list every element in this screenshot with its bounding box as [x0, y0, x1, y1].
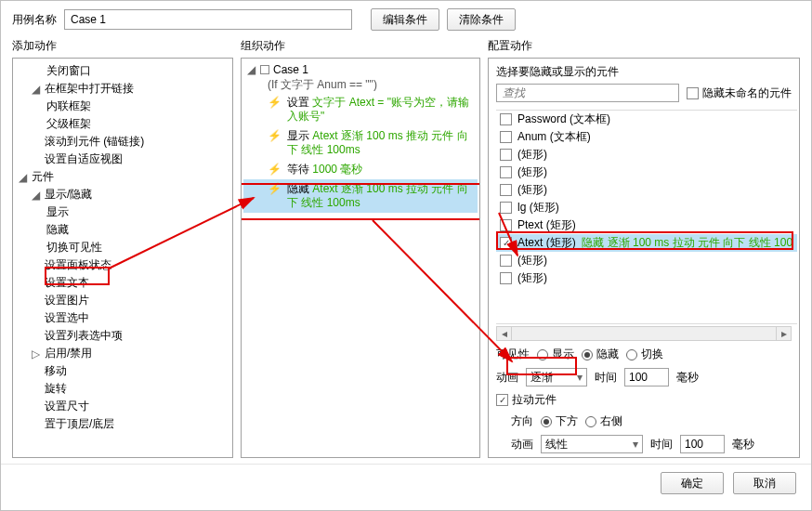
org-action-show[interactable]: ⚡显示 Atext 逐渐 100 ms 推动 元件 向下 线性 100ms [243, 126, 478, 160]
add-action-header: 添加动作 [12, 38, 233, 54]
tree-parent-frame[interactable]: 父级框架 [13, 115, 232, 133]
org-condition: (If 文字于 Anum == "") [243, 77, 478, 93]
list-item[interactable]: lg (矩形) [496, 199, 797, 216]
tree-rotate[interactable]: 旋转 [13, 380, 232, 398]
time2-label: 时间 [650, 437, 673, 452]
animation2-label: 动画 [511, 437, 533, 452]
radio-show[interactable]: 显示 [537, 347, 574, 362]
cancel-button[interactable]: 取消 [733, 472, 796, 494]
tree-group-widget[interactable]: ◢元件 [13, 168, 232, 186]
radio-right[interactable]: 右侧 [585, 413, 622, 429]
list-item[interactable]: (矩形) [496, 146, 797, 164]
org-action-set[interactable]: ⚡设置 文字于 Atext = "账号为空，请输入账号" [243, 93, 478, 126]
tree-toggle-visibility[interactable]: 切换可见性 [13, 239, 232, 256]
tree-set-list-selected[interactable]: 设置列表选中项 [13, 327, 232, 345]
organize-action-header: 组织动作 [241, 38, 480, 54]
edit-condition-button[interactable]: 编辑条件 [371, 8, 439, 31]
list-item[interactable]: Ptext (矩形) [496, 216, 797, 234]
case-name-label: 用例名称 [12, 12, 57, 28]
tree-bring-to[interactable]: 置于顶层/底层 [13, 415, 232, 433]
clear-condition-button[interactable]: 清除条件 [447, 8, 516, 31]
tree-move[interactable]: 移动 [13, 362, 232, 380]
organize-action-panel: ◢Case 1 (If 文字于 Anum == "") ⚡设置 文字于 Atex… [241, 58, 480, 458]
tree-set-selected[interactable]: 设置选中 [13, 309, 232, 327]
list-item[interactable]: (矩形) [496, 181, 797, 199]
animation-select[interactable]: 逐渐▾ [526, 368, 587, 387]
time2-input[interactable] [680, 435, 725, 453]
case-name-input[interactable] [64, 9, 352, 30]
tree-hide[interactable]: 隐藏 [13, 221, 232, 239]
visibility-label: 可见性 [496, 347, 530, 362]
tree-panel-state[interactable]: 设置面板状态 [13, 256, 232, 274]
list-item[interactable]: (矩形) [496, 252, 797, 269]
org-action-wait[interactable]: ⚡等待 1000 毫秒 [243, 160, 478, 179]
tree-enable-disable[interactable]: ▷启用/禁用 [13, 345, 232, 362]
top-bar: 用例名称 编辑条件 清除条件 [1, 1, 811, 38]
widget-list: Password (文本框) Anum (文本框) (矩形) (矩形) (矩形)… [496, 110, 797, 324]
org-action-hide[interactable]: ⚡隐藏 Atext 逐渐 100 ms 拉动 元件 向下 线性 100ms [243, 179, 478, 213]
configure-action-header: 配置动作 [488, 38, 800, 54]
animation2-select[interactable]: 线性▾ [541, 435, 643, 453]
ok-button[interactable]: 确定 [661, 472, 724, 494]
tree-open-in-frame[interactable]: ◢在框架中打开链接 [13, 80, 232, 98]
list-item[interactable]: (矩形) [496, 164, 797, 181]
time2-unit: 毫秒 [732, 437, 754, 452]
configure-action-panel: 选择要隐藏或显示的元件 隐藏未命名的元件 Password (文本框) Anum… [488, 58, 800, 458]
tree-close-window[interactable]: 关闭窗口 [13, 62, 232, 80]
direction-label: 方向 [511, 413, 533, 429]
list-item-atext[interactable]: Atext (矩形) 隐藏 逐渐 100 ms 拉动 元件 向下 线性 100 [496, 234, 797, 252]
choose-widgets-label: 选择要隐藏或显示的元件 [496, 64, 792, 80]
list-item[interactable]: Password (文本框) [496, 111, 797, 128]
dialog-footer: 确定 取消 [1, 464, 811, 502]
widget-search-input[interactable] [496, 84, 679, 102]
tree-inline-frame[interactable]: 内联框架 [13, 98, 232, 115]
tree-adaptive-view[interactable]: 设置自适应视图 [13, 151, 232, 168]
tree-show[interactable]: 显示 [13, 203, 232, 221]
list-item[interactable]: Anum (文本框) [496, 128, 797, 146]
radio-down[interactable]: 下方 [541, 413, 578, 429]
org-case[interactable]: ◢Case 1 [243, 62, 478, 77]
tree-set-text[interactable]: 设置文本 [13, 274, 232, 292]
tree-set-image[interactable]: 设置图片 [13, 292, 232, 309]
radio-hide[interactable]: 隐藏 [582, 347, 619, 362]
add-action-panel: 关闭窗口 ◢在框架中打开链接 内联框架 父级框架 滚动到元件 (锚链接) 设置自… [12, 58, 233, 458]
horizontal-scrollbar[interactable]: ◂▸ [496, 326, 792, 341]
animation-label: 动画 [496, 370, 518, 386]
time-unit: 毫秒 [676, 370, 699, 386]
list-item[interactable]: (矩形) [496, 269, 797, 287]
pull-widgets-checkbox[interactable]: 拉动元件 [496, 392, 557, 408]
tree-set-size[interactable]: 设置尺寸 [13, 398, 232, 415]
tree-scroll-to[interactable]: 滚动到元件 (锚链接) [13, 133, 232, 151]
hide-unnamed-checkbox[interactable]: 隐藏未命名的元件 [687, 85, 792, 101]
tree-show-hide[interactable]: ◢显示/隐藏 [13, 186, 232, 203]
time-label: 时间 [595, 370, 617, 386]
radio-toggle[interactable]: 切换 [626, 347, 663, 362]
time-input[interactable] [624, 368, 669, 387]
